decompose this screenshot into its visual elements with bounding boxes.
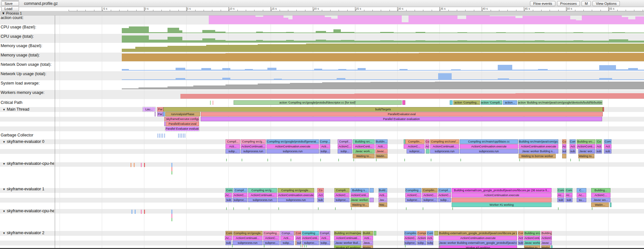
- trace-slice-act[interactable]: Act: [317, 193, 324, 197]
- trace-slice-com[interactable]: Com: [226, 231, 233, 235]
- trace-slice[interactable]: [450, 100, 453, 105]
- trace-slice-co[interactable]: Co: [562, 139, 566, 144]
- trace-slice-actioncontinuation-execute[interactable]: ActionContinuation.execute: [439, 236, 517, 240]
- trace-slice-subproc[interactable]: subproc...: [334, 198, 350, 202]
- trace-slice-actioncontinuation-execute[interactable]: ActionContinuation.execute: [452, 193, 552, 197]
- trace-slice-actioncontinuation-execute[interactable]: ActionContinuation.execute: [266, 144, 319, 149]
- trace-slice-javac-wo[interactable]: Javac wo...: [591, 198, 610, 202]
- trace-slice-actionc[interactable]: ActionC...: [338, 144, 352, 149]
- trace-slice-actionconti[interactable]: ActionConti...: [577, 144, 595, 149]
- trace-slice-build[interactable]: Build...: [379, 188, 387, 193]
- trace-slice-com[interactable]: Com: [226, 188, 233, 193]
- trace-slice-subp[interactable]: subp...: [427, 241, 433, 245]
- trace-slice-building-external-com-google-protobuf-ja[interactable]: Building external/com_google_protobuf/ja…: [439, 231, 517, 235]
- counter-track-network-down[interactable]: [0, 62, 644, 71]
- trace-slice-actionc[interactable]: ActionC...: [591, 193, 610, 197]
- trace-slice-co[interactable]: Co: [317, 188, 324, 193]
- trace-slice[interactable]: [562, 154, 566, 158]
- trace-slice-building-src[interactable]: Building src...: [577, 139, 595, 144]
- trace-slice-par[interactable]: Par: [157, 107, 163, 112]
- trace-slice[interactable]: [374, 231, 376, 235]
- trace-slice-com[interactable]: Com: [557, 188, 564, 193]
- trace-slice-subproc[interactable]: subproc...: [233, 198, 247, 202]
- trace-slice-acti[interactable]: Acti...: [362, 236, 373, 240]
- trace-slice[interactable]: [603, 107, 604, 112]
- trace-slice[interactable]: [370, 188, 374, 193]
- trace-slice-javac-worker[interactable]: Javac worker...: [524, 241, 540, 245]
- trace-slice-actionc[interactable]: ActionC...: [404, 144, 425, 149]
- trace-slice-javac[interactable]: Javac...: [375, 149, 388, 154]
- collapse-triangle[interactable]: ▼: [3, 140, 5, 144]
- trace-slice-buildin[interactable]: Buildin...: [375, 139, 388, 144]
- trace-slice-actioncontinuati[interactable]: ActionContinuati...: [430, 144, 459, 149]
- trace-slice-javac-work[interactable]: Javac work...: [353, 149, 375, 154]
- sidebar-label-skyframe-evaluator-1[interactable]: ▼skyframe-evaluator 1: [0, 187, 54, 191]
- toolbar-button-flow-events[interactable]: Flow events: [530, 1, 555, 6]
- trace-slice-par[interactable]: Par: [157, 112, 163, 116]
- trace-slice-comp[interactable]: Comp...: [320, 139, 330, 144]
- trace-slice[interactable]: [164, 122, 166, 126]
- trace-slice-compiling[interactable]: Compiling ...: [302, 231, 319, 235]
- trace-slice-actionconti[interactable]: ActionConti...: [524, 236, 540, 240]
- trace-slice-compiling[interactable]: Compiling ...: [405, 188, 421, 193]
- trace-slice-actionc[interactable]: ActionC...: [233, 193, 247, 197]
- timeline-ruler[interactable]: -5 s0 s5 s10 s15 s20 s25 s30 s35 s40 s45…: [69, 7, 644, 11]
- toolbar-button-load[interactable]: Load: [1, 6, 19, 11]
- trace-slice-building-src-main-jav[interactable]: Building src/main/jav...: [334, 231, 361, 235]
- trace-slice-waitin[interactable]: Waitin...: [591, 203, 609, 207]
- trace-slice-ac[interactable]: Ac...: [225, 193, 232, 197]
- trace-slice-actionc[interactable]: ActionC...: [541, 236, 552, 240]
- trace-slice-buildtargets[interactable]: buildTargets: [163, 107, 603, 112]
- collapse-triangle[interactable]: ▼: [3, 232, 5, 235]
- trace-slice-su[interactable]: su...: [577, 198, 586, 202]
- trace-slice-actionc[interactable]: ActionC...: [438, 193, 451, 197]
- trace-slice-actioncontinuation-execute[interactable]: ActionContinuation.execute: [278, 193, 314, 197]
- collapse-triangle[interactable]: ▼: [3, 188, 5, 191]
- trace-slice-javac-wor[interactable]: Javac wor...: [578, 149, 595, 154]
- trace-slice-acti[interactable]: Acti...: [427, 236, 433, 240]
- trace-slice-acti[interactable]: Acti...: [375, 144, 388, 149]
- trace-slice-subp[interactable]: subp...: [320, 241, 330, 245]
- trace-slice-actioncontinuati[interactable]: ActionContinuati...: [233, 236, 263, 240]
- trace-slice-compili[interactable]: Compili...: [334, 188, 350, 193]
- trace-slice-lau[interactable]: Lau...: [143, 107, 155, 112]
- toolbar-button-save[interactable]: Save: [1, 1, 19, 6]
- trace-slice[interactable]: [155, 112, 156, 116]
- trace-slice-subp[interactable]: subp...: [226, 149, 240, 154]
- trace-slice-actionc[interactable]: ActionC...: [404, 236, 417, 240]
- trace-slice-ac[interactable]: Ac...: [225, 236, 232, 240]
- sidebar-label-skyframe-evaluator-cpu-heavy[interactable]: ▼skyframe-evaluator-cpu-heavy-: [0, 161, 54, 166]
- trace-slice-javac-worker-building-external-com-googl[interactable]: Javac worker Building external/com_googl…: [439, 241, 517, 245]
- trace-slice-building-external-com-google-protobuf-ja[interactable]: Building external/com_google_protobuf/ja…: [452, 188, 552, 193]
- trace-slice-sub[interactable]: sub: [226, 198, 232, 202]
- trace-slice-actionc[interactable]: ActionC...: [263, 236, 280, 240]
- trace-slice[interactable]: [164, 117, 166, 121]
- trace-slice-subp[interactable]: subp...: [280, 241, 294, 245]
- trace-slice-runanalysisphase[interactable]: runAnalysisPhase: [165, 112, 200, 116]
- trace-slice-worker-1-working[interactable]: Worker #1 working: [452, 203, 552, 207]
- toolbar-button-view-options[interactable]: View Options: [592, 1, 620, 6]
- trace-slice-subprocess-run[interactable]: subprocess.run: [460, 149, 518, 154]
- trace-slice-building-src-main-java-com-go[interactable]: Building src/main/java/com/go...: [519, 139, 558, 144]
- trace-slice-compiling-src-g[interactable]: Compiling src/g...: [241, 139, 266, 144]
- trace-slice-sub[interactable]: sub: [518, 241, 524, 245]
- trace-slice-actioncontinuation-execute[interactable]: ActionContinuation.execute: [519, 144, 558, 149]
- trace-slice-waitin[interactable]: Waitin...: [375, 154, 388, 158]
- trace-slice-sub[interactable]: sub: [565, 198, 572, 202]
- trace-slice-act[interactable]: Act: [596, 144, 602, 149]
- trace-slice-act[interactable]: Act: [518, 236, 524, 240]
- trace-slice-parallelevaluator-eval[interactable]: ParallelEvaluator.eval: [201, 112, 603, 116]
- trace-slice[interactable]: [402, 100, 405, 105]
- trace-slice-parallelevaluator-eval[interactable]: ParallelEvaluator.eval: [166, 122, 199, 126]
- trace-slice-subp[interactable]: subp...: [417, 241, 426, 245]
- trace-slice-subprocess-run[interactable]: subprocess.run: [248, 198, 277, 202]
- trace-slice[interactable]: [434, 231, 438, 235]
- trace-slice-compil[interactable]: Compil...: [338, 139, 352, 144]
- trace-slice-actionc[interactable]: ActionC...: [417, 236, 426, 240]
- trace-slice-compil[interactable]: Compil...: [226, 139, 240, 144]
- trace-slice-act[interactable]: Act: [604, 144, 611, 149]
- trace-slice-acti[interactable]: Acti...: [280, 236, 294, 240]
- trace-slice-subprocess-run[interactable]: subprocess.run: [430, 149, 459, 154]
- trace-slice-building-s[interactable]: Building s...: [351, 188, 369, 193]
- trace-slice[interactable]: [295, 241, 296, 245]
